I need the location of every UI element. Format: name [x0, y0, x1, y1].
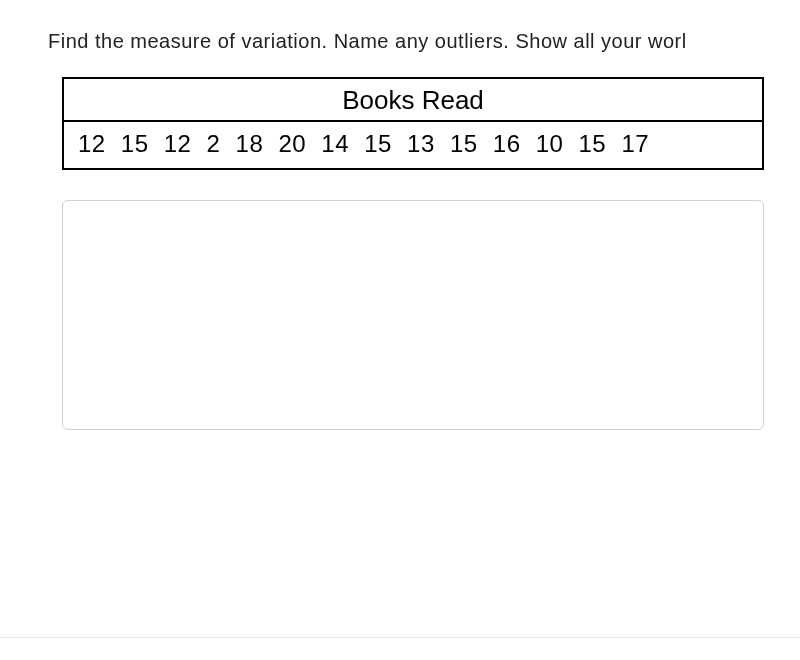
- data-table: Books Read 12 15 12 2 18 20 14 15 13 15 …: [62, 77, 764, 170]
- table-row: 12 15 12 2 18 20 14 15 13 15 16 10 15 17: [63, 121, 763, 169]
- divider: [0, 637, 800, 638]
- work-input[interactable]: [62, 200, 764, 430]
- table-title: Books Read: [63, 78, 763, 121]
- table-values: 12 15 12 2 18 20 14 15 13 15 16 10 15 17: [63, 121, 763, 169]
- question-prompt: Find the measure of variation. Name any …: [48, 30, 800, 53]
